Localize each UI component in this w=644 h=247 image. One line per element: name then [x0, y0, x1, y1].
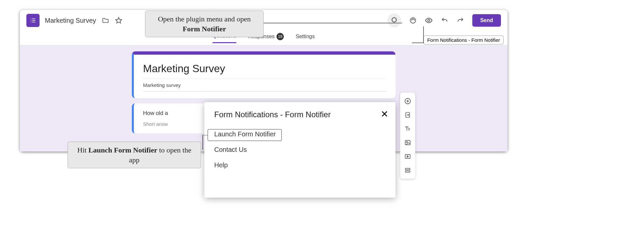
add-video-icon[interactable] [404, 152, 412, 160]
menu-item-contact[interactable]: Contact Us [214, 142, 386, 157]
menu-item-launch[interactable]: Launch Form Notifier [214, 126, 386, 142]
callout-plugin-menu: Open the plugin menu and open Form Notif… [145, 11, 264, 37]
svg-point-8 [411, 19, 412, 20]
palette-icon[interactable] [409, 16, 417, 24]
addon-tooltip: Form Notifications - Form Notifier [424, 36, 504, 44]
add-title-icon[interactable] [404, 125, 412, 133]
svg-marker-6 [115, 17, 121, 23]
side-toolbar [400, 93, 415, 179]
add-section-icon[interactable] [404, 166, 412, 174]
callout-bold: Form Notifier [183, 25, 226, 33]
callout-text: Open the plugin menu and open [158, 15, 251, 23]
send-button[interactable]: Send [472, 14, 501, 27]
menu-item-help[interactable]: Help [214, 157, 386, 173]
svg-point-9 [413, 19, 413, 19]
callout-launch: Hit Launch Form Notifier to open the app [68, 142, 201, 168]
preview-icon[interactable] [425, 16, 433, 24]
svg-rect-16 [405, 140, 410, 145]
connector-line [264, 20, 405, 30]
star-icon[interactable] [115, 16, 123, 24]
callout-text: Hit [77, 146, 89, 154]
add-question-icon[interactable] [404, 97, 412, 105]
doc-title[interactable]: Marketing Survey [45, 17, 96, 24]
svg-rect-20 [405, 168, 410, 170]
svg-marker-19 [407, 156, 408, 157]
folder-icon[interactable] [102, 16, 109, 24]
callout-bold: Launch Form Notifier [88, 146, 157, 154]
connector-line [412, 26, 425, 48]
form-header-card[interactable]: Marketing Survey Marketing survey [132, 51, 395, 98]
plugin-popup: Form Notifications - Form Notifier ✕ Lau… [204, 102, 395, 198]
add-image-icon[interactable] [404, 139, 412, 147]
import-questions-icon[interactable] [404, 111, 412, 119]
close-icon[interactable]: ✕ [381, 109, 388, 120]
redo-icon[interactable] [456, 16, 464, 24]
tab-settings[interactable]: Settings [296, 34, 315, 43]
form-title[interactable]: Marketing Survey [143, 63, 386, 75]
svg-point-17 [406, 142, 407, 143]
form-description[interactable]: Marketing survey [143, 79, 386, 92]
undo-icon[interactable] [441, 16, 449, 24]
responses-count-badge: 18 [277, 33, 284, 40]
connector-line [200, 135, 210, 151]
plugin-popup-title: Form Notifications - Form Notifier [214, 110, 386, 119]
forms-logo-icon [26, 14, 40, 27]
svg-point-11 [428, 19, 430, 21]
svg-point-10 [414, 19, 415, 20]
svg-rect-21 [405, 171, 410, 172]
